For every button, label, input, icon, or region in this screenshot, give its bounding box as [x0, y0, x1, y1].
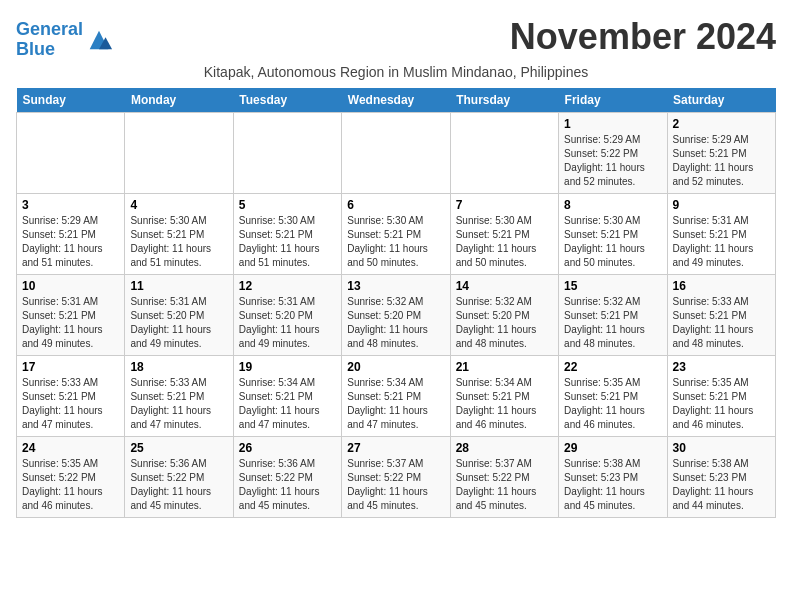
- header-day-sunday: Sunday: [17, 88, 125, 113]
- day-number: 26: [239, 441, 336, 455]
- logo-general: General: [16, 19, 83, 39]
- calendar-cell: 29Sunrise: 5:38 AM Sunset: 5:23 PM Dayli…: [559, 436, 667, 517]
- day-number: 22: [564, 360, 661, 374]
- calendar-cell: 26Sunrise: 5:36 AM Sunset: 5:22 PM Dayli…: [233, 436, 341, 517]
- week-row-1: 1Sunrise: 5:29 AM Sunset: 5:22 PM Daylig…: [17, 112, 776, 193]
- day-number: 16: [673, 279, 770, 293]
- calendar-cell: 5Sunrise: 5:30 AM Sunset: 5:21 PM Daylig…: [233, 193, 341, 274]
- logo-text: General Blue: [16, 20, 83, 60]
- calendar-cell: [342, 112, 450, 193]
- day-info: Sunrise: 5:36 AM Sunset: 5:22 PM Dayligh…: [239, 457, 336, 513]
- day-number: 4: [130, 198, 227, 212]
- day-number: 11: [130, 279, 227, 293]
- calendar-cell: 15Sunrise: 5:32 AM Sunset: 5:21 PM Dayli…: [559, 274, 667, 355]
- calendar-cell: 30Sunrise: 5:38 AM Sunset: 5:23 PM Dayli…: [667, 436, 775, 517]
- day-number: 25: [130, 441, 227, 455]
- calendar-cell: 1Sunrise: 5:29 AM Sunset: 5:22 PM Daylig…: [559, 112, 667, 193]
- day-info: Sunrise: 5:31 AM Sunset: 5:21 PM Dayligh…: [22, 295, 119, 351]
- calendar-cell: 20Sunrise: 5:34 AM Sunset: 5:21 PM Dayli…: [342, 355, 450, 436]
- header-day-saturday: Saturday: [667, 88, 775, 113]
- week-row-5: 24Sunrise: 5:35 AM Sunset: 5:22 PM Dayli…: [17, 436, 776, 517]
- day-number: 15: [564, 279, 661, 293]
- day-number: 2: [673, 117, 770, 131]
- day-number: 5: [239, 198, 336, 212]
- day-info: Sunrise: 5:30 AM Sunset: 5:21 PM Dayligh…: [564, 214, 661, 270]
- day-info: Sunrise: 5:35 AM Sunset: 5:21 PM Dayligh…: [673, 376, 770, 432]
- day-info: Sunrise: 5:34 AM Sunset: 5:21 PM Dayligh…: [347, 376, 444, 432]
- day-number: 20: [347, 360, 444, 374]
- day-number: 8: [564, 198, 661, 212]
- week-row-3: 10Sunrise: 5:31 AM Sunset: 5:21 PM Dayli…: [17, 274, 776, 355]
- calendar-cell: [125, 112, 233, 193]
- logo-icon: [85, 26, 113, 54]
- calendar-body: 1Sunrise: 5:29 AM Sunset: 5:22 PM Daylig…: [17, 112, 776, 517]
- calendar-table: SundayMondayTuesdayWednesdayThursdayFrid…: [16, 88, 776, 518]
- calendar-cell: 21Sunrise: 5:34 AM Sunset: 5:21 PM Dayli…: [450, 355, 558, 436]
- day-info: Sunrise: 5:30 AM Sunset: 5:21 PM Dayligh…: [347, 214, 444, 270]
- logo: General Blue: [16, 20, 113, 60]
- calendar-cell: 25Sunrise: 5:36 AM Sunset: 5:22 PM Dayli…: [125, 436, 233, 517]
- day-number: 10: [22, 279, 119, 293]
- calendar-cell: [233, 112, 341, 193]
- day-info: Sunrise: 5:33 AM Sunset: 5:21 PM Dayligh…: [673, 295, 770, 351]
- day-number: 23: [673, 360, 770, 374]
- day-info: Sunrise: 5:29 AM Sunset: 5:21 PM Dayligh…: [22, 214, 119, 270]
- subtitle: Kitapak, Autonomous Region in Muslim Min…: [16, 64, 776, 80]
- day-number: 13: [347, 279, 444, 293]
- day-number: 17: [22, 360, 119, 374]
- day-number: 27: [347, 441, 444, 455]
- day-info: Sunrise: 5:32 AM Sunset: 5:20 PM Dayligh…: [347, 295, 444, 351]
- day-info: Sunrise: 5:29 AM Sunset: 5:21 PM Dayligh…: [673, 133, 770, 189]
- day-number: 6: [347, 198, 444, 212]
- calendar-header: SundayMondayTuesdayWednesdayThursdayFrid…: [17, 88, 776, 113]
- day-info: Sunrise: 5:30 AM Sunset: 5:21 PM Dayligh…: [456, 214, 553, 270]
- day-info: Sunrise: 5:31 AM Sunset: 5:20 PM Dayligh…: [130, 295, 227, 351]
- calendar-cell: 23Sunrise: 5:35 AM Sunset: 5:21 PM Dayli…: [667, 355, 775, 436]
- calendar-cell: 8Sunrise: 5:30 AM Sunset: 5:21 PM Daylig…: [559, 193, 667, 274]
- page-header: General Blue November 2024: [16, 16, 776, 60]
- calendar-cell: 22Sunrise: 5:35 AM Sunset: 5:21 PM Dayli…: [559, 355, 667, 436]
- day-info: Sunrise: 5:37 AM Sunset: 5:22 PM Dayligh…: [347, 457, 444, 513]
- day-info: Sunrise: 5:30 AM Sunset: 5:21 PM Dayligh…: [239, 214, 336, 270]
- day-info: Sunrise: 5:33 AM Sunset: 5:21 PM Dayligh…: [22, 376, 119, 432]
- calendar-cell: 6Sunrise: 5:30 AM Sunset: 5:21 PM Daylig…: [342, 193, 450, 274]
- day-number: 12: [239, 279, 336, 293]
- day-info: Sunrise: 5:36 AM Sunset: 5:22 PM Dayligh…: [130, 457, 227, 513]
- calendar-cell: 16Sunrise: 5:33 AM Sunset: 5:21 PM Dayli…: [667, 274, 775, 355]
- header-day-tuesday: Tuesday: [233, 88, 341, 113]
- calendar-cell: 4Sunrise: 5:30 AM Sunset: 5:21 PM Daylig…: [125, 193, 233, 274]
- calendar-cell: 10Sunrise: 5:31 AM Sunset: 5:21 PM Dayli…: [17, 274, 125, 355]
- calendar-cell: 11Sunrise: 5:31 AM Sunset: 5:20 PM Dayli…: [125, 274, 233, 355]
- day-info: Sunrise: 5:34 AM Sunset: 5:21 PM Dayligh…: [239, 376, 336, 432]
- day-info: Sunrise: 5:31 AM Sunset: 5:21 PM Dayligh…: [673, 214, 770, 270]
- month-title: November 2024: [510, 16, 776, 58]
- calendar-cell: 14Sunrise: 5:32 AM Sunset: 5:20 PM Dayli…: [450, 274, 558, 355]
- day-number: 1: [564, 117, 661, 131]
- day-info: Sunrise: 5:32 AM Sunset: 5:21 PM Dayligh…: [564, 295, 661, 351]
- week-row-4: 17Sunrise: 5:33 AM Sunset: 5:21 PM Dayli…: [17, 355, 776, 436]
- day-number: 14: [456, 279, 553, 293]
- day-number: 3: [22, 198, 119, 212]
- calendar-cell: 13Sunrise: 5:32 AM Sunset: 5:20 PM Dayli…: [342, 274, 450, 355]
- day-info: Sunrise: 5:32 AM Sunset: 5:20 PM Dayligh…: [456, 295, 553, 351]
- day-number: 19: [239, 360, 336, 374]
- calendar-cell: 12Sunrise: 5:31 AM Sunset: 5:20 PM Dayli…: [233, 274, 341, 355]
- calendar-cell: [17, 112, 125, 193]
- day-number: 9: [673, 198, 770, 212]
- header-day-wednesday: Wednesday: [342, 88, 450, 113]
- calendar-cell: 2Sunrise: 5:29 AM Sunset: 5:21 PM Daylig…: [667, 112, 775, 193]
- day-info: Sunrise: 5:31 AM Sunset: 5:20 PM Dayligh…: [239, 295, 336, 351]
- calendar-cell: 9Sunrise: 5:31 AM Sunset: 5:21 PM Daylig…: [667, 193, 775, 274]
- day-info: Sunrise: 5:35 AM Sunset: 5:21 PM Dayligh…: [564, 376, 661, 432]
- calendar-cell: 3Sunrise: 5:29 AM Sunset: 5:21 PM Daylig…: [17, 193, 125, 274]
- logo-blue: Blue: [16, 39, 55, 59]
- day-info: Sunrise: 5:38 AM Sunset: 5:23 PM Dayligh…: [564, 457, 661, 513]
- day-number: 24: [22, 441, 119, 455]
- calendar-cell: 19Sunrise: 5:34 AM Sunset: 5:21 PM Dayli…: [233, 355, 341, 436]
- week-row-2: 3Sunrise: 5:29 AM Sunset: 5:21 PM Daylig…: [17, 193, 776, 274]
- day-info: Sunrise: 5:29 AM Sunset: 5:22 PM Dayligh…: [564, 133, 661, 189]
- day-number: 21: [456, 360, 553, 374]
- header-day-thursday: Thursday: [450, 88, 558, 113]
- calendar-cell: 7Sunrise: 5:30 AM Sunset: 5:21 PM Daylig…: [450, 193, 558, 274]
- day-info: Sunrise: 5:35 AM Sunset: 5:22 PM Dayligh…: [22, 457, 119, 513]
